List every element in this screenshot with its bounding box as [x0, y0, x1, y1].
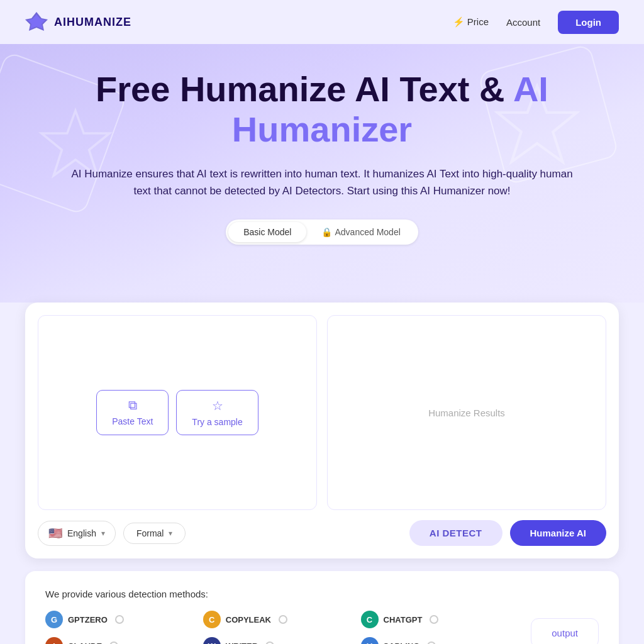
gptzero-label: GPTZERO	[68, 615, 108, 625]
claude-label: CLAUDE	[68, 641, 102, 644]
writer-logo: W	[203, 637, 221, 644]
sapling-label: SAPLING	[384, 641, 420, 644]
detector-gptzero: G GPTZERO	[45, 611, 203, 628]
sapling-logo: V	[361, 637, 379, 644]
detector-sapling: V SAPLING	[361, 637, 519, 644]
hero-title-highlight: AI	[513, 69, 548, 109]
hero-section: Free Humanize AI Text & AI Humanizer AI …	[0, 44, 644, 303]
nav-account[interactable]: Account	[506, 17, 540, 28]
detection-section: We provide various detection methods: G …	[25, 571, 619, 644]
paste-icon: ⧉	[128, 398, 137, 413]
output-panel: Humanize Results	[327, 315, 606, 510]
ai-detect-button[interactable]: AI DETECT	[409, 520, 502, 546]
flag-icon: 🇺🇸	[48, 526, 62, 540]
model-toggle: Basic Model 🔒Advanced Model	[226, 219, 418, 245]
lock-icon: 🔒	[321, 227, 332, 237]
detector-list: G GPTZERO C COPYLEAK C CHATGPT A CLAUDE	[45, 611, 518, 644]
paste-text-button[interactable]: ⧉ Paste Text	[96, 390, 169, 435]
chevron-down-icon-tone: ▾	[169, 529, 172, 538]
hero-title-line2: Humanizer	[232, 109, 412, 149]
output-badge-wrapper: output	[518, 618, 599, 644]
basic-model-button[interactable]: Basic Model	[228, 222, 306, 242]
hero-subtitle: AI Humanize ensures that AI text is rewr…	[64, 165, 580, 199]
detector-copyleak: C COPYLEAK	[203, 611, 361, 628]
copyleak-radio[interactable]	[279, 615, 287, 624]
nav-right: ⚡ Price Account Login	[453, 11, 619, 34]
language-label: English	[67, 528, 96, 538]
chatgpt-label: CHATGPT	[384, 615, 423, 625]
gptzero-radio[interactable]	[115, 615, 124, 624]
action-buttons: ⧉ Paste Text ☆ Try a sample	[96, 390, 258, 435]
output-placeholder: Humanize Results	[428, 408, 505, 418]
main-card: ⧉ Paste Text ☆ Try a sample Humanize Res…	[25, 303, 619, 558]
advanced-model-button[interactable]: 🔒Advanced Model	[306, 222, 415, 242]
detector-chatgpt: C CHATGPT	[361, 611, 519, 628]
writer-label: WRITER	[226, 641, 258, 644]
nav-price[interactable]: ⚡ Price	[453, 16, 489, 28]
claude-logo: A	[45, 637, 63, 644]
logo-icon	[25, 11, 48, 33]
bottom-controls: 🇺🇸 English ▾ Formal ▾ AI DETECT Humanize…	[38, 520, 606, 546]
detector-claude: A CLAUDE	[45, 637, 203, 644]
tone-label: Formal	[136, 528, 164, 538]
language-selector[interactable]: 🇺🇸 English ▾	[38, 521, 116, 546]
star-icon: ☆	[212, 398, 223, 413]
tone-selector[interactable]: Formal ▾	[123, 523, 186, 544]
sapling-radio[interactable]	[427, 641, 436, 644]
chatgpt-radio[interactable]	[430, 615, 438, 624]
copyleak-logo: C	[203, 611, 221, 628]
editor-area: ⧉ Paste Text ☆ Try a sample Humanize Res…	[38, 315, 606, 510]
chevron-down-icon: ▾	[101, 529, 105, 538]
header: AIHUMANIZE ⚡ Price Account Login	[0, 0, 644, 44]
logo-text: AIHUMANIZE	[54, 16, 131, 29]
input-panel[interactable]: ⧉ Paste Text ☆ Try a sample	[38, 315, 317, 510]
hero-title: Free Humanize AI Text & AI Humanizer	[25, 69, 619, 150]
detection-title: We provide various detection methods:	[45, 589, 599, 599]
detector-writer: W WRITER	[203, 637, 361, 644]
chatgpt-logo: C	[361, 611, 379, 628]
humanize-button[interactable]: Humanize AI	[510, 520, 606, 546]
gptzero-logo: G	[45, 611, 63, 628]
output-badge: output	[531, 618, 599, 644]
detection-rows: G GPTZERO C COPYLEAK C CHATGPT A CLAUDE	[45, 611, 599, 644]
writer-radio[interactable]	[265, 641, 274, 644]
try-sample-button[interactable]: ☆ Try a sample	[176, 390, 258, 435]
copyleak-label: COPYLEAK	[226, 615, 271, 625]
logo-area: AIHUMANIZE	[25, 11, 131, 33]
claude-radio[interactable]	[109, 641, 118, 644]
login-button[interactable]: Login	[558, 11, 619, 34]
hero-title-part1: Free Humanize AI Text &	[96, 69, 513, 109]
